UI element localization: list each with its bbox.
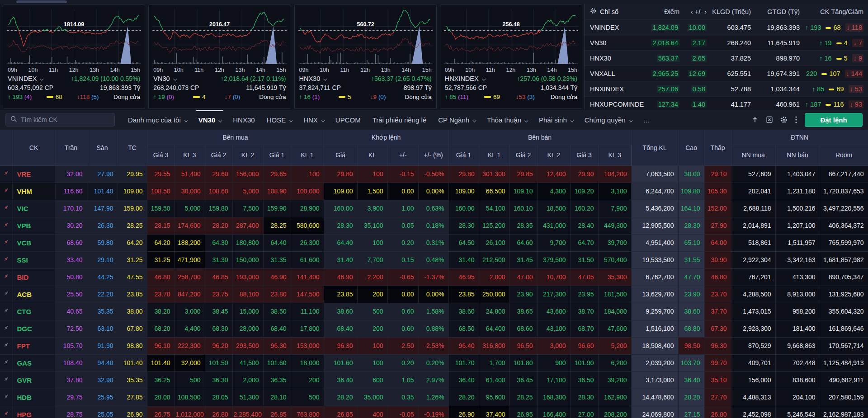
col-header-sell-price3[interactable]: Giá 3 [570, 145, 598, 165]
index-selector[interactable]: HNX30 [299, 75, 326, 82]
stock-symbol[interactable]: VRE [12, 165, 55, 183]
intraday-chart[interactable]: 1814.09 [7, 7, 141, 66]
col-header-advdec[interactable]: CK Tăng/Giảm [803, 8, 868, 15]
stock-row-vic[interactable]: VIC170.10147.90159.00159.505,000159.807,… [0, 200, 868, 217]
stock-row-fpt[interactable]: FPT105.7091.9098.8096.10222,30096.20293,… [0, 337, 868, 354]
pin-icon[interactable] [0, 286, 12, 303]
pin-icon[interactable] [0, 200, 12, 217]
nav-item-th-a-thu-n[interactable]: Thỏa thuận [481, 110, 533, 130]
pin-icon[interactable] [0, 165, 12, 183]
nav-item-hnx30[interactable]: HNX30 [227, 110, 260, 130]
pin-icon[interactable] [0, 303, 12, 320]
col-header-foreign-buy[interactable]: NN mua [731, 145, 775, 165]
col-header-buy-vol2[interactable]: KL 2 [232, 145, 263, 165]
pin-icon[interactable] [0, 217, 12, 234]
gear-icon[interactable] [590, 8, 596, 15]
nav-item-[interactable]: … [637, 110, 656, 130]
col-header-index[interactable]: Chỉ số [600, 8, 618, 15]
nav-item-cp-ng-nh[interactable]: CP Ngành [432, 110, 481, 130]
stock-symbol[interactable]: VPB [12, 217, 55, 234]
stock-symbol[interactable]: HDB [12, 389, 55, 406]
stock-row-hpg[interactable]: HPG28.7525.0526.9026.751,012,00026.802,2… [0, 406, 868, 418]
stock-symbol[interactable]: CTG [12, 303, 55, 320]
col-header-symbol[interactable]: CK [12, 130, 55, 165]
col-header-buy-price3[interactable]: Giá 3 [147, 145, 175, 165]
col-header-foreign-room[interactable]: Room [820, 145, 868, 165]
pin-icon[interactable] [0, 183, 12, 200]
col-header-buy-vol1[interactable]: KL 1 [291, 145, 324, 165]
stock-row-ctg[interactable]: CTG40.6535.3538.0038.203,00038.4515,0003… [0, 303, 868, 320]
col-header-sell-vol1[interactable]: KL 1 [479, 145, 509, 165]
index-selector[interactable]: HNXINDEX [445, 75, 485, 82]
stock-symbol[interactable]: BID [12, 268, 55, 286]
col-header-total-volume[interactable]: Tổng KL [631, 130, 678, 165]
stock-symbol[interactable]: GAS [12, 354, 55, 371]
col-header-reference[interactable]: TC [118, 130, 147, 165]
col-header-point[interactable]: Điểm [644, 8, 683, 15]
col-header-sell-vol3[interactable]: KL 3 [598, 145, 631, 165]
index-row-hnxindex[interactable]: HNXINDEX 257.06 0.58 52.788 1,034.344 ↑ … [585, 81, 868, 97]
col-header-high[interactable]: Cao [678, 130, 704, 165]
excel-export-icon[interactable] [766, 116, 773, 123]
index-row-vnxall[interactable]: VNXALL 2,965.25 12.69 625.551 19,674.391… [585, 66, 868, 81]
col-header-change[interactable]: ‹ +/- › [683, 8, 710, 15]
pin-icon[interactable] [0, 251, 12, 268]
kebab-menu-icon[interactable] [795, 116, 797, 124]
col-header-foreign-sell[interactable]: NN bán [775, 145, 820, 165]
index-row-vn30[interactable]: VN30 2,018.64 2.17 268.240 11,645.919 ↑ … [585, 35, 868, 51]
stock-symbol[interactable]: HPG [12, 406, 55, 418]
col-header-match-price[interactable]: Giá [324, 145, 357, 165]
stock-row-gas[interactable]: GAS108.4094.40101.40101.4032,000101.5041… [0, 354, 868, 371]
col-header-floor[interactable]: Sàn [87, 130, 118, 165]
stock-row-ssi[interactable]: SSI33.4029.1031.2531.25471,90031.30150,0… [0, 251, 868, 268]
stock-row-vcb[interactable]: VCB68.6059.8064.2064.20188,20064.30180,8… [0, 234, 868, 251]
nav-item-hose[interactable]: HOSE [261, 110, 298, 130]
stock-symbol[interactable]: SSI [12, 251, 55, 268]
stock-symbol[interactable]: ACB [12, 286, 55, 303]
nav-item-upcom[interactable]: UPCOM [330, 110, 367, 130]
stock-row-bid[interactable]: BID50.8044.2547.5546.80258,70046.85193,0… [0, 268, 868, 286]
stock-row-dgc[interactable]: DGC72.5063.1067.8068.204,40068.3028,0006… [0, 320, 868, 337]
stock-row-vre[interactable]: VRE32.0027.9029.9529.5551,40029.60156,00… [0, 165, 868, 183]
pin-icon[interactable] [0, 389, 12, 406]
upload-icon[interactable] [751, 116, 759, 123]
col-header-buy-price1[interactable]: Giá 1 [263, 145, 291, 165]
intraday-chart[interactable]: 2016.47 [152, 7, 287, 66]
stock-symbol[interactable]: DGC [12, 320, 55, 337]
pin-icon[interactable] [0, 354, 12, 371]
stock-symbol[interactable]: FPT [12, 337, 55, 354]
nav-item-danh-m-c-c-a-t-i[interactable]: Danh mục của tôi [122, 110, 193, 130]
nav-item-ph-i-sinh[interactable]: Phái sinh [533, 110, 579, 130]
col-header-match-vol[interactable]: KL [357, 145, 387, 165]
col-header-buy-price2[interactable]: Giá 2 [205, 145, 232, 165]
stock-symbol[interactable]: VIC [12, 200, 55, 217]
stock-symbol[interactable]: GVR [12, 371, 55, 389]
index-selector[interactable]: VN30 [153, 75, 175, 82]
index-row-hnx30[interactable]: HNX30 563.37 2.65 37.825 898.970 ↑ 16 5 … [585, 51, 868, 66]
pin-icon[interactable] [0, 406, 12, 418]
stock-row-acb[interactable]: ACB25.5022.2023.8523.70847,20023.7588,10… [0, 286, 868, 303]
col-header-match-change-pct[interactable]: +/- (%) [418, 145, 448, 165]
index-selector[interactable]: VNINDEX [8, 75, 42, 82]
nav-item-vn30[interactable]: VN30 [193, 110, 227, 130]
col-header-klgd[interactable]: KLGD (Triệu) [710, 8, 755, 15]
pin-icon[interactable] [0, 371, 12, 389]
col-header-sell-price1[interactable]: Giá 1 [448, 145, 479, 165]
search-box[interactable] [5, 113, 115, 127]
pin-icon[interactable] [0, 337, 12, 354]
col-header-low[interactable]: Thấp [704, 130, 731, 165]
stock-row-vpb[interactable]: VPB30.2026.3028.2528.15174,60028.20287,4… [0, 217, 868, 234]
stock-symbol[interactable]: VCB [12, 234, 55, 251]
nav-item-hnx[interactable]: HNX [297, 110, 330, 130]
search-input[interactable] [21, 116, 110, 123]
col-header-sell-vol2[interactable]: KL 2 [537, 145, 570, 165]
col-header-sell-price2[interactable]: Giá 2 [509, 145, 537, 165]
pin-icon[interactable] [0, 268, 12, 286]
nav-item-ch-ng-quy-n[interactable]: Chứng quyền [579, 110, 637, 130]
nav-item-tr-i-phi-u-ri-ng-l[interactable]: Trái phiếu riêng lẻ [367, 110, 433, 130]
index-row-vnindex[interactable]: VNINDEX 1,824.09 10.00 603.475 19,863.39… [585, 20, 868, 35]
pin-icon[interactable] [0, 320, 12, 337]
stock-symbol[interactable]: VHM [12, 183, 55, 200]
gear-icon[interactable] [780, 116, 788, 123]
col-header-match-change[interactable]: +/- [387, 145, 418, 165]
